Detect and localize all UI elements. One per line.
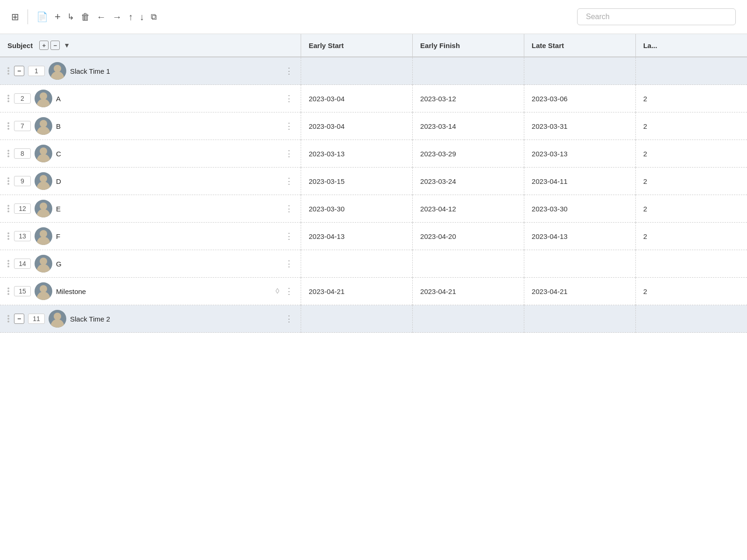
forward-icon[interactable]: → [113,12,122,22]
copy-icon[interactable]: ⧉ [151,12,157,22]
cell-late_finish [635,57,747,85]
up-icon[interactable]: ↑ [128,12,133,22]
date-value: 2023-03-14 [420,122,456,130]
more-options-btn[interactable]: ⋮ [285,314,293,324]
back-icon[interactable]: ← [97,12,106,22]
table-row: 12E⋮2023-03-302023-04-122023-03-302 [0,195,747,223]
cell-early_start [301,57,413,85]
date-value: 2 [643,232,647,240]
date-value: 2023-03-30 [309,205,345,213]
col-header-early-finish: Early Finish [413,34,524,57]
more-options-btn[interactable]: ⋮ [285,176,293,186]
row-number: 11 [28,314,45,324]
date-value: 2 [643,205,647,213]
cell-late_start: 2023-03-31 [524,112,635,140]
col-header-late-finish: La... [635,34,747,57]
avatar [49,310,66,328]
cell-late_start [524,57,635,85]
task-name: Milestone [56,287,270,295]
date-value: 2 [643,177,647,185]
down-icon[interactable]: ↓ [140,12,144,22]
cell-late_finish: 2 [635,140,747,168]
collapse-btn[interactable]: − [14,66,24,76]
table-row: 14G⋮ [0,250,747,278]
add-icon[interactable]: + [55,11,61,23]
delete-icon[interactable]: 🗑 [81,12,90,22]
task-name: G [56,260,279,268]
subject-cell: 14G⋮ [0,250,301,278]
date-value: 2023-03-06 [532,95,568,103]
search-input[interactable] [577,8,736,25]
cell-late_start: 2023-04-11 [524,168,635,195]
subject-cell: 15Milestone◊⋮ [0,278,301,305]
subject-cell: 7B⋮ [0,112,301,140]
row-number: 9 [14,176,31,186]
cell-late_finish: 2 [635,223,747,250]
cell-early_start [301,250,413,278]
cell-early_finish: 2023-04-21 [413,278,524,305]
avatar [35,227,52,245]
cell-early_start: 2023-04-13 [301,223,413,250]
cell-early_finish: 2023-04-12 [413,195,524,223]
indent-icon[interactable]: ↳ [67,12,74,22]
date-value: 2023-04-13 [532,232,568,240]
task-name: C [56,150,279,158]
task-name: F [56,232,279,240]
filter-icon[interactable]: ▼ [63,42,70,49]
drag-handle[interactable] [7,232,10,240]
more-options-btn[interactable]: ⋮ [285,93,293,104]
cell-late_finish [635,305,747,333]
date-value: 2023-04-21 [420,287,456,295]
drag-handle[interactable] [7,95,10,102]
subject-cell: 13F⋮ [0,223,301,250]
date-value: 2 [643,95,647,103]
date-value: 2 [643,287,647,295]
collapse-btn[interactable]: − [14,314,24,324]
toolbar-icons: ⊞ 📄 + ↳ 🗑 ← → ↑ ↓ ⧉ [11,9,157,24]
drag-handle[interactable] [7,260,10,267]
toolbar: ⊞ 📄 + ↳ 🗑 ← → ↑ ↓ ⧉ [0,0,747,34]
drag-handle[interactable] [7,150,10,157]
drag-handle[interactable] [7,205,10,212]
drag-handle[interactable] [7,287,10,295]
task-name: Slack Time 1 [70,67,279,75]
more-options-btn[interactable]: ⋮ [285,66,293,76]
more-options-btn[interactable]: ⋮ [285,148,293,159]
date-value: 2023-04-13 [309,232,345,240]
task-table: Subject + − ▼ Early Start Early Finish [0,34,747,333]
drag-handle[interactable] [7,122,10,130]
expand-all-btn[interactable]: + [39,41,49,50]
col-expand-icons: + − ▼ [39,41,70,50]
more-options-btn[interactable]: ⋮ [285,259,293,269]
subject-cell: 12E⋮ [0,195,301,223]
col-header-subject: Subject + − ▼ [0,34,301,57]
new-doc-icon[interactable]: 📄 [36,11,48,22]
date-value: 2023-03-04 [309,95,345,103]
more-options-btn[interactable]: ⋮ [285,203,293,214]
more-options-btn[interactable]: ⋮ [285,121,293,131]
task-name: B [56,122,279,130]
subject-cell: 8C⋮ [0,140,301,168]
row-number: 14 [14,259,31,269]
drag-handle[interactable] [7,177,10,185]
grid-icon[interactable]: ⊞ [11,11,19,22]
subject-cell: 2A⋮ [0,85,301,112]
table-row: 2A⋮2023-03-042023-03-122023-03-062 [0,85,747,112]
date-value: 2023-03-30 [532,205,568,213]
more-options-btn[interactable]: ⋮ [285,231,293,241]
cell-early_finish: 2023-04-20 [413,223,524,250]
date-value: 2023-03-15 [309,177,345,185]
subject-cell: −11Slack Time 2⋮ [0,305,301,333]
row-number: 12 [14,203,31,214]
cell-late_start [524,305,635,333]
cell-early_finish [413,250,524,278]
more-options-btn[interactable]: ⋮ [285,286,293,296]
cell-early_finish: 2023-03-14 [413,112,524,140]
subject-col-label: Subject [7,42,33,49]
drag-handle[interactable] [7,67,10,75]
cell-early_finish: 2023-03-24 [413,168,524,195]
drag-handle[interactable] [7,315,10,322]
table-row: 15Milestone◊⋮2023-04-212023-04-212023-04… [0,278,747,305]
collapse-all-btn[interactable]: − [50,41,60,50]
task-name: A [56,95,279,103]
